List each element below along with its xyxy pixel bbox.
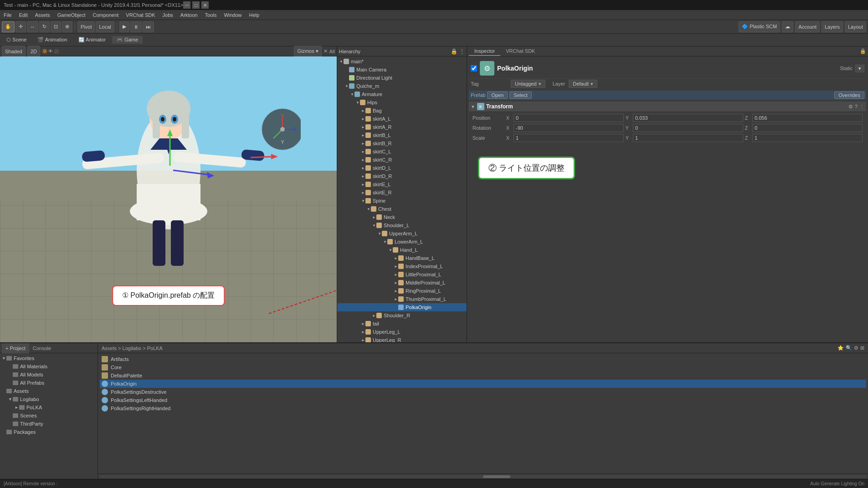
search-icon[interactable]: 🔍: [846, 345, 852, 351]
menu-component[interactable]: Component: [89, 10, 122, 20]
pause-button[interactable]: ⏸: [130, 21, 142, 32]
tool-rect[interactable]: ⊡: [51, 21, 61, 32]
hierarchy-item[interactable]: ► tail: [337, 320, 467, 328]
hierarchy-item[interactable]: ► skirtE_R: [337, 188, 467, 197]
hierarchy-item[interactable]: ► skirtD_L: [337, 164, 467, 172]
layers-button[interactable]: Layers: [822, 21, 843, 32]
asset-item[interactable]: DefaultPalette: [100, 371, 866, 380]
pivot-button[interactable]: Pivot: [77, 21, 95, 32]
hierarchy-item[interactable]: ► skirtA_R: [337, 123, 467, 131]
minimize-button[interactable]: ─: [183, 1, 190, 9]
hierarchy-item[interactable]: ▼ LowerArm_L: [337, 238, 467, 246]
assets-scrollbar[interactable]: [98, 473, 868, 479]
assets-content[interactable]: Artifacts Core DefaultPalette PolkaOrigi…: [98, 353, 868, 473]
menu-help[interactable]: Help: [246, 10, 263, 20]
hierarchy-item[interactable]: ▼ UpperArm_L: [337, 229, 467, 238]
hierarchy-item[interactable]: ▼ main*: [337, 57, 467, 66]
menu-file[interactable]: File: [0, 10, 15, 20]
menu-vrchat-sdk[interactable]: VRChat SDK: [122, 10, 159, 20]
overrides-button[interactable]: Overrides: [834, 92, 864, 99]
menu-window[interactable]: Window: [220, 10, 245, 20]
console-tab[interactable]: Console: [29, 343, 55, 353]
menu-tools[interactable]: Tools: [201, 10, 221, 20]
project-tree-item[interactable]: ▼ Logilabo: [0, 395, 98, 403]
inspector-tab[interactable]: Inspector: [469, 47, 500, 56]
asset-item[interactable]: PolkaOrigin: [100, 380, 866, 388]
inspector-lock-icon[interactable]: 🔒: [860, 48, 866, 54]
tool-rotate[interactable]: ↔: [27, 21, 38, 32]
project-tree-item[interactable]: Packages: [0, 428, 98, 436]
gear-icon[interactable]: ⚙: [854, 345, 858, 351]
tool-move[interactable]: ✛: [15, 21, 26, 32]
hierarchy-item[interactable]: ► UpperLeg_L: [337, 328, 467, 336]
project-tree-item[interactable]: ► PoLKA: [0, 403, 98, 412]
layout-button[interactable]: Layout: [845, 21, 866, 32]
project-tree-item[interactable]: Scenes: [0, 412, 98, 420]
menu-jobs[interactable]: Jobs: [159, 10, 177, 20]
viewport[interactable]: Y Z Y ① PolkaOri: [0, 56, 337, 342]
tool-transform[interactable]: ⊕: [62, 21, 72, 32]
hierarchy-lock[interactable]: 🔒: [451, 48, 457, 55]
hierarchy-item[interactable]: ▼ Spine: [337, 197, 467, 205]
cloud-button[interactable]: ☁: [782, 21, 793, 32]
2d-button[interactable]: 2D: [27, 46, 40, 57]
hierarchy-item[interactable]: ► Shoulder_R: [337, 311, 467, 320]
hierarchy-menu[interactable]: ⋮: [459, 48, 465, 55]
hierarchy-item[interactable]: ▼ Hand_L: [337, 246, 467, 254]
menu-arktoon[interactable]: Arktoon: [177, 10, 201, 20]
layer-value[interactable]: Default ▾: [569, 80, 597, 88]
tag-value[interactable]: Untagged ▾: [511, 80, 545, 88]
vrchat-sdk-tab[interactable]: VRChat SDK: [500, 47, 540, 56]
select-button[interactable]: Select: [509, 92, 532, 99]
hierarchy-item[interactable]: ▼ Armature: [337, 90, 467, 98]
hierarchy-item[interactable]: ► skirtC_R: [337, 156, 467, 164]
component-header[interactable]: ▼ ⊞ Transform ⚙ ? ⋮: [469, 102, 866, 112]
menu-edit[interactable]: Edit: [15, 10, 31, 20]
hierarchy-content[interactable]: ▼ main* Main Camera Directional Light ▼ …: [337, 56, 467, 342]
hierarchy-item[interactable]: ► skirtC_L: [337, 147, 467, 156]
component-more[interactable]: ⋮: [859, 104, 864, 110]
component-settings[interactable]: ⚙: [848, 104, 853, 110]
hierarchy-item[interactable]: ► Neck: [337, 213, 467, 221]
hierarchy-item[interactable]: ► LittleProximal_L: [337, 270, 467, 279]
scale-z-input[interactable]: [752, 134, 863, 142]
object-active-checkbox[interactable]: [471, 65, 477, 71]
scrollbar-thumb[interactable]: [483, 475, 510, 478]
hierarchy-item[interactable]: Directional Light: [337, 74, 467, 82]
scale-x-input[interactable]: [514, 134, 624, 142]
asset-item[interactable]: Artifacts: [100, 355, 866, 363]
hierarchy-item[interactable]: ▼ Quiche_m: [337, 82, 467, 90]
plastic-scm-button[interactable]: 🔷 Plastic SCM: [739, 21, 780, 32]
animation-tab[interactable]: 🎬 Animation: [33, 36, 72, 44]
hierarchy-item[interactable]: ► Bag: [337, 107, 467, 115]
project-content[interactable]: ▼ Favorites All Materials All Models All…: [0, 353, 98, 479]
menu-gameobject[interactable]: GameObject: [54, 10, 89, 20]
hierarchy-item[interactable]: ▼ Shoulder_L: [337, 221, 467, 229]
asset-item[interactable]: PolkaSettingsLeftHanded: [100, 396, 866, 404]
hierarchy-item[interactable]: ► skirtE_L: [337, 180, 467, 188]
tool-hand[interactable]: ✋: [2, 21, 15, 32]
scene-tab[interactable]: ⬡ Scene: [2, 36, 31, 44]
hierarchy-item[interactable]: ► ThumbProximal_L: [337, 295, 467, 303]
step-button[interactable]: ⏭: [143, 21, 154, 32]
hierarchy-item[interactable]: ► skirtA_L: [337, 115, 467, 123]
hierarchy-item[interactable]: Main Camera: [337, 66, 467, 74]
position-x-input[interactable]: [514, 114, 624, 122]
account-button[interactable]: Account: [795, 21, 820, 32]
hierarchy-item[interactable]: ▼ Chest: [337, 205, 467, 213]
layout-icon[interactable]: ⊞: [860, 345, 864, 351]
hierarchy-item[interactable]: ► skirtD_R: [337, 172, 467, 180]
hierarchy-item[interactable]: ▼ Hips: [337, 98, 467, 107]
tool-scale[interactable]: ↻: [39, 21, 50, 32]
open-button[interactable]: Open: [487, 92, 508, 99]
asset-item[interactable]: Core: [100, 363, 866, 371]
asset-item[interactable]: PolkaSettingsRightHanded: [100, 404, 866, 412]
static-dropdown[interactable]: ▾: [855, 65, 864, 72]
position-y-input[interactable]: [633, 114, 743, 122]
project-tab[interactable]: + Project: [2, 343, 29, 353]
hierarchy-item[interactable]: ► IndexProximal_L: [337, 262, 467, 270]
asset-item[interactable]: PolkaSettingsDestructive: [100, 388, 866, 396]
favorite-icon[interactable]: ⭐: [837, 345, 844, 351]
play-button[interactable]: ▶: [119, 21, 129, 32]
close-button[interactable]: ✕: [201, 1, 209, 9]
